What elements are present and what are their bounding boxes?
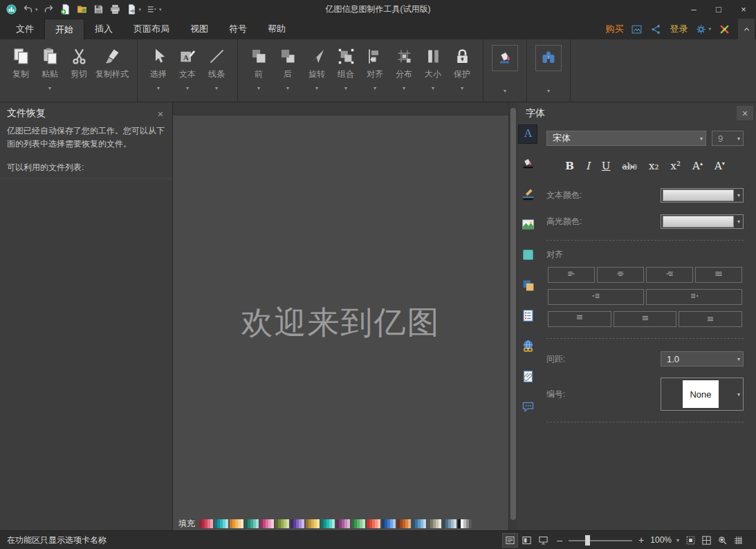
send-back-button[interactable]: 后▾ (273, 41, 302, 93)
fill-color-swatch[interactable] (317, 519, 320, 528)
spacing-select[interactable]: 1.0 ▾ (661, 351, 744, 366)
italic-button[interactable]: I (586, 160, 590, 172)
fit-window-button[interactable] (700, 534, 713, 546)
highlight-color-picker[interactable]: ▾ (661, 214, 744, 229)
align-center-button[interactable] (597, 267, 644, 283)
numbering-select[interactable]: None ▾ (661, 378, 744, 411)
increase-font-button[interactable]: A▴ (692, 160, 703, 172)
fill-style-button[interactable]: ▾ (490, 41, 520, 95)
size-button[interactable]: 大小▾ (418, 41, 448, 93)
view-page-button[interactable] (519, 534, 534, 547)
align-button[interactable]: 对齐▾ (360, 41, 389, 93)
tab-help[interactable]: 帮助 (257, 19, 296, 39)
text-color-picker[interactable]: ▾ (661, 188, 744, 203)
bring-front-button[interactable]: 前▾ (244, 41, 273, 93)
grid-toggle-button[interactable] (732, 534, 745, 546)
font-tab[interactable]: A (519, 125, 537, 143)
shape-tab[interactable] (519, 247, 537, 265)
tab-page-layout[interactable]: 页面布局 (123, 19, 180, 39)
fill-color-swatch[interactable] (439, 519, 441, 528)
picture-tab[interactable] (519, 216, 537, 234)
text-button[interactable]: A文本▾ (173, 41, 202, 93)
font-size-select[interactable]: 9 ▾ (712, 131, 744, 146)
app-logo-icon[interactable] (6, 3, 17, 15)
cut-button[interactable]: 剪切 (64, 41, 93, 93)
group-button[interactable]: 组合▾ (331, 41, 360, 93)
share-icon[interactable] (650, 24, 662, 35)
close-button[interactable]: × (731, 0, 756, 19)
buy-link[interactable]: 购买 (605, 23, 623, 35)
zoom-level-value[interactable]: 100% (650, 535, 672, 545)
fill-color-swatch[interactable] (225, 519, 228, 528)
select-button[interactable]: 选择▾ (144, 41, 173, 93)
zoom-in-button[interactable]: + (637, 534, 645, 546)
fill-color-swatch[interactable] (469, 519, 472, 528)
underline-button[interactable]: U (602, 160, 611, 172)
distribute-button[interactable]: 分布▾ (389, 41, 418, 93)
line-tab[interactable] (519, 186, 537, 204)
hyperlink-tab[interactable] (519, 338, 537, 356)
export-button[interactable]: ▾ (126, 3, 142, 15)
tab-symbols[interactable]: 符号 (219, 19, 257, 39)
fill-color-swatch[interactable] (347, 519, 350, 528)
collapse-ribbon-button[interactable] (738, 19, 755, 39)
comment-tab[interactable] (519, 399, 537, 417)
attachment-tab[interactable] (519, 369, 537, 387)
zoom-region-button[interactable] (716, 534, 729, 546)
font-panel-close-button[interactable]: × (737, 106, 753, 120)
rotate-button[interactable]: 旋转▾ (302, 41, 331, 93)
fill-color-swatch[interactable] (454, 519, 457, 528)
font-family-select[interactable]: 宋体 ▾ (546, 131, 706, 146)
open-file-button[interactable] (76, 3, 88, 15)
save-button[interactable] (93, 3, 104, 15)
zoom-out-button[interactable]: – (555, 534, 564, 546)
fill-color-swatch[interactable] (393, 519, 396, 528)
tab-insert[interactable]: 插入 (84, 19, 123, 39)
login-link[interactable]: 登录 (670, 23, 688, 35)
zoom-level-dropdown-arrow[interactable]: ▾ (676, 537, 679, 543)
view-presentation-button[interactable] (536, 534, 551, 547)
tab-view[interactable]: 视图 (180, 19, 219, 39)
fill-color-swatch[interactable] (378, 519, 380, 528)
fill-color-swatch[interactable] (271, 519, 274, 528)
fill-tab[interactable] (519, 156, 537, 174)
note-tab[interactable] (519, 308, 537, 326)
fill-color-swatch[interactable] (256, 519, 259, 528)
paste-button[interactable]: 粘贴▾ (35, 41, 64, 93)
preview-icon[interactable] (631, 24, 643, 35)
fill-color-swatch[interactable] (408, 519, 411, 528)
align-right-button[interactable] (646, 267, 693, 283)
fill-color-swatch[interactable] (286, 519, 289, 528)
copy-button[interactable]: 复制 (6, 41, 35, 93)
recovery-panel-close-button[interactable]: × (154, 108, 167, 120)
redo-button[interactable] (43, 3, 55, 15)
canvas-vertical-scrollbar[interactable] (508, 102, 517, 531)
fill-color-swatch[interactable] (241, 519, 243, 528)
new-file-button[interactable] (59, 3, 71, 15)
decrease-indent-button[interactable] (548, 289, 644, 305)
fill-color-swatch[interactable] (423, 519, 426, 528)
find-replace-button[interactable]: ▾ (533, 41, 564, 95)
print-button[interactable] (109, 3, 121, 15)
format-painter-button[interactable]: 复制样式 (93, 41, 131, 93)
tab-file[interactable]: 文件 (6, 19, 44, 39)
superscript-button[interactable]: x² (671, 160, 681, 172)
align-bottom-button[interactable] (679, 311, 742, 327)
line-button[interactable]: 线条▾ (202, 41, 231, 93)
fit-page-button[interactable] (684, 534, 697, 546)
brand-x-icon[interactable] (719, 24, 730, 35)
drawing-canvas[interactable]: 欢迎来到亿图 填充 (173, 102, 508, 531)
maximize-button[interactable]: □ (706, 0, 731, 19)
scrollbar-thumb[interactable] (510, 108, 516, 520)
subscript-button[interactable]: x₂ (649, 160, 658, 172)
settings-button[interactable]: ▾ (695, 24, 711, 35)
minimize-button[interactable]: – (681, 0, 706, 19)
tab-home[interactable]: 开始 (44, 19, 84, 39)
customize-quick-access-button[interactable]: ▾ (146, 3, 162, 15)
zoom-slider[interactable] (569, 535, 632, 546)
align-left-button[interactable] (548, 267, 595, 283)
undo-button[interactable]: ▾ (22, 3, 38, 15)
strikethrough-button[interactable]: abc (623, 162, 638, 171)
bold-button[interactable]: B (565, 160, 574, 172)
fill-color-swatch[interactable] (332, 519, 335, 528)
